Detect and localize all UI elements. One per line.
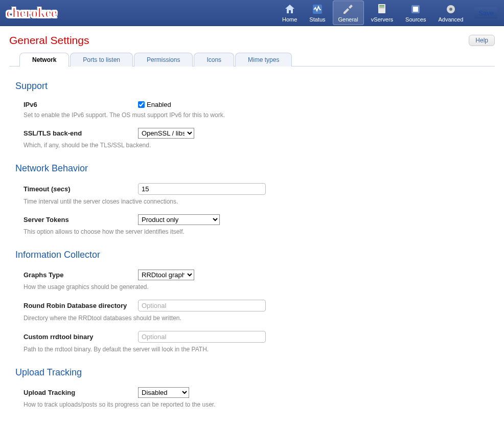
ipv6-checkbox-label[interactable]: Enabled [138,101,171,108]
tab-network[interactable]: Network [19,53,69,66]
nav-label: Advanced [438,16,463,23]
vservers-icon [376,3,388,15]
nav-sources[interactable]: Sources [400,1,431,25]
svg-rect-3 [379,7,384,8]
tabs-row: Network Ports to listen Permissions Icon… [9,53,495,66]
logo: cherokee [6,5,57,21]
nav-home[interactable]: Home [277,1,302,25]
graphs-type-select[interactable]: RRDtool graphs [138,270,194,280]
section-upload-tracking: Upload Tracking Upload Tracking Disabled… [9,367,495,408]
gear-icon [445,3,457,15]
section-title: Upload Tracking [15,367,489,378]
field-graphs-type: Graphs Type RRDtool graphs [15,270,489,280]
svg-rect-5 [413,7,418,12]
timeout-input[interactable] [138,183,266,195]
field-server-tokens: Server Tokens Product only [15,214,489,225]
tab-permissions[interactable]: Permissions [134,53,193,66]
nav-label: Home [282,16,297,23]
field-help: Path to the rrdtool binary. By default t… [15,346,489,353]
rrd-binary-input[interactable] [138,331,266,343]
svg-rect-2 [379,5,384,7]
field-label: Graphs Type [15,271,138,279]
server-tokens-select[interactable]: Product only [138,214,220,225]
nav-label: General [338,16,358,23]
tab-icons[interactable]: Icons [194,53,234,66]
status-icon [311,3,324,15]
field-label: Upload Tracking [15,389,138,396]
section-network-behavior: Network Behavior Timeout (secs) Time int… [9,163,495,235]
field-upload-tracking: Upload Tracking Disabled [15,387,489,398]
page-header: General Settings Help [9,34,495,47]
field-help: Directory where the RRDtool databases sh… [15,315,489,322]
save-button[interactable]: Save [474,7,498,19]
nav-label: Status [309,16,325,23]
field-label: IPv6 [15,101,138,108]
field-help: Set to enable the IPv6 support. The OS m… [15,111,489,119]
ssl-select[interactable]: OpenSSL / libssl [138,128,194,139]
help-button[interactable]: Help [469,35,495,46]
section-title: Information Collector [15,250,489,260]
checkbox-text: Enabled [147,101,171,108]
svg-point-7 [449,8,452,11]
nav-advanced[interactable]: Advanced [433,1,468,25]
sources-icon [409,3,422,15]
field-help: Time interval until the server closes in… [15,198,489,205]
field-label: Round Robin Database directory [15,302,138,309]
section-support: Support IPv6 Enabled Set to enable the I… [9,81,495,149]
field-help: How to track uploads/posts so its progre… [15,401,489,408]
wrench-icon [342,3,354,15]
nav-label: vServers [371,16,393,23]
page-title: General Settings [9,34,89,47]
field-help: This option allows to choose how the ser… [15,228,489,235]
rrd-directory-input[interactable] [138,300,266,311]
tab-mime[interactable]: Mime types [235,53,292,66]
field-label: Server Tokens [15,216,138,223]
ipv6-checkbox[interactable] [138,101,145,108]
home-icon [284,3,296,15]
nav-status[interactable]: Status [304,1,330,25]
upload-tracking-select[interactable]: Disabled [138,387,189,398]
nav-general[interactable]: General [333,1,364,25]
section-title: Network Behavior [15,163,489,174]
nav-vservers[interactable]: vServers [366,1,398,25]
page-content: General Settings Help Network Ports to l… [0,26,504,426]
field-label: SSL/TLS back-end [15,129,138,137]
field-label: Custom rrdtool binary [15,333,138,341]
top-navigation-bar: cherokee Home Status General vServers So… [0,0,504,26]
section-title: Support [15,81,489,92]
field-help: Which, if any, should be the TLS/SSL bac… [15,142,489,149]
field-timeout: Timeout (secs) [15,183,489,195]
section-information-collector: Information Collector Graphs Type RRDtoo… [9,250,495,353]
field-ssl: SSL/TLS back-end OpenSSL / libssl [15,128,489,139]
nav-items: Home Status General vServers Sources Adv… [277,1,468,25]
tab-ports[interactable]: Ports to listen [70,53,133,66]
field-rrd-directory: Round Robin Database directory [15,300,489,311]
nav-label: Sources [405,16,426,23]
field-help: How the usage graphics should be generat… [15,283,489,290]
field-label: Timeout (secs) [15,185,138,193]
field-rrd-binary: Custom rrdtool binary [15,331,489,343]
field-ipv6: IPv6 Enabled [15,101,489,108]
